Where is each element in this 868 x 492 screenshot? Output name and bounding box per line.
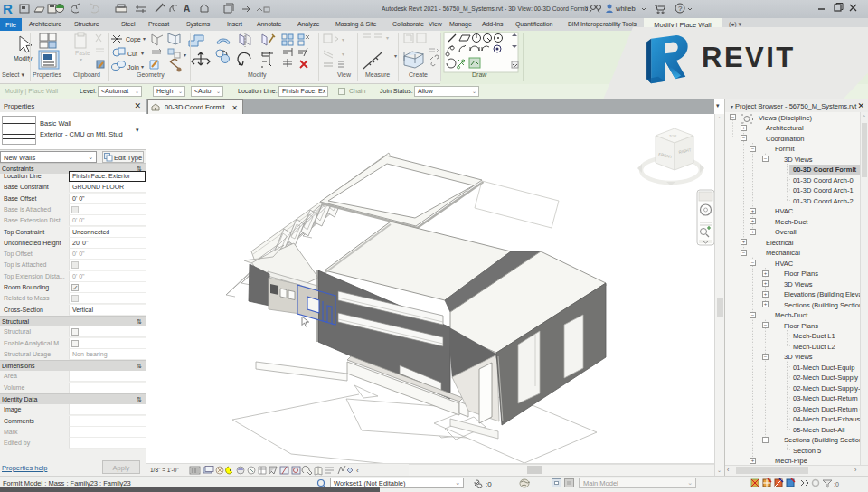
svg-text:REVIT: REVIT bbox=[702, 42, 796, 73]
svg-text:▾: ▾ bbox=[143, 36, 146, 42]
svg-text:Paste: Paste bbox=[75, 50, 90, 56]
svg-text:A: A bbox=[184, 4, 190, 14]
svg-text:▾: ▾ bbox=[394, 53, 397, 59]
svg-text:?: ? bbox=[678, 5, 683, 13]
svg-text:▾: ▾ bbox=[184, 52, 186, 58]
svg-text:▾: ▾ bbox=[141, 51, 144, 56]
svg-text:▾: ▾ bbox=[342, 37, 344, 43]
svg-text:R: R bbox=[3, 1, 13, 16]
svg-text:Cut: Cut bbox=[127, 51, 137, 57]
svg-text:▾: ▾ bbox=[80, 57, 82, 62]
svg-text:TOP: TOP bbox=[669, 134, 676, 138]
svg-text:Join: Join bbox=[127, 64, 139, 71]
svg-text::0: :0 bbox=[486, 480, 492, 488]
svg-text:▾: ▾ bbox=[141, 64, 144, 70]
svg-text::0: :0 bbox=[834, 481, 839, 487]
svg-text:▾: ▾ bbox=[342, 52, 344, 57]
svg-text:Cope: Cope bbox=[126, 36, 141, 43]
svg-text:whiteb: whiteb bbox=[615, 5, 636, 13]
svg-text:▾: ▾ bbox=[386, 35, 389, 41]
svg-text:‹: ‹ bbox=[356, 467, 359, 475]
